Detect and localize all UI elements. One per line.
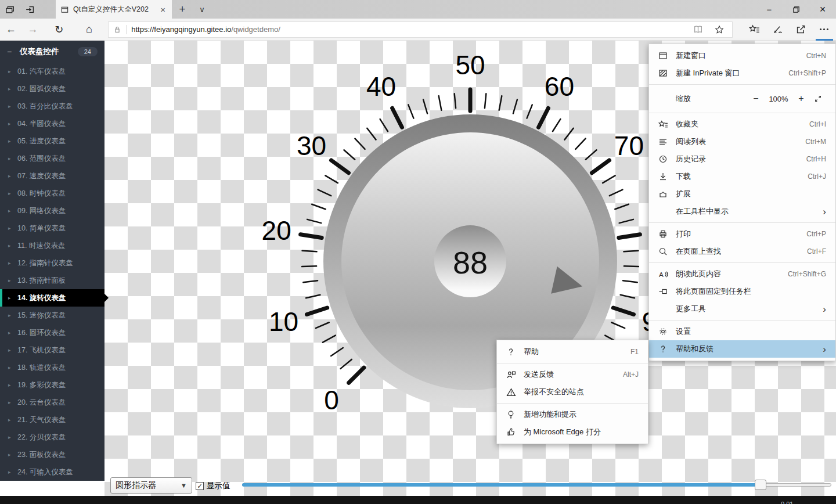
minimize-button[interactable]: −	[756, 0, 783, 19]
menu-item-label: 缩放	[676, 93, 747, 104]
minor-tick	[624, 251, 638, 252]
sidebar-item-6[interactable]: ▸06. 范围仪表盘	[0, 150, 105, 167]
sidebar-item-5[interactable]: ▸05. 进度仪表盘	[0, 132, 105, 150]
sidebar-item-11[interactable]: ▸11. 时速仪表盘	[0, 237, 105, 254]
refresh-button[interactable]: ↻	[48, 19, 70, 41]
menu-item-3[interactable]: 缩放−100%+	[649, 87, 835, 110]
menu-separator	[649, 220, 835, 225]
browser-tab[interactable]: Qt自定义控件大全V202 ×	[56, 0, 172, 19]
sidebar-item-label: 13. 指南针面板	[17, 276, 66, 285]
sidebar-item-label: 23. 面板仪表盘	[17, 451, 66, 459]
menu-item-19[interactable]: 设置	[649, 323, 835, 340]
menu-item-5[interactable]: 收藏夹Ctrl+I	[649, 116, 835, 133]
sidebar-item-3[interactable]: ▸03. 百分比仪表盘	[0, 98, 105, 115]
back-button[interactable]: ←	[0, 19, 22, 41]
sidebar-item-label: 16. 圆环仪表盘	[17, 329, 66, 337]
menu-item-6[interactable]: 阅读列表Ctrl+M	[649, 133, 835, 150]
value-slider[interactable]	[242, 483, 831, 487]
submenu-item-label: 新增功能和提示	[524, 409, 639, 420]
menu-item-20[interactable]: 帮助和反馈›	[649, 340, 835, 358]
count-badge: 24	[78, 47, 98, 56]
sidebar-item-12[interactable]: ▸12. 指南针仪表盘	[0, 254, 105, 272]
minor-tick	[611, 322, 625, 328]
submenu-item-3[interactable]: 举报不安全的站点	[497, 383, 648, 401]
menu-item-1[interactable]: 新建 InPrivate 窗口Ctrl+Shift+P	[649, 64, 835, 82]
sidebar-header[interactable]: − 仪表盘控件 24	[0, 41, 105, 63]
menu-item-13[interactable]: 在页面上查找Ctrl+F	[649, 243, 835, 260]
zoom-in-button[interactable]: +	[792, 93, 810, 104]
checkbox[interactable]: ✓	[196, 482, 204, 490]
sidebar-item-9[interactable]: ▸09. 网络仪表盘	[0, 202, 105, 219]
web-note-button[interactable]	[766, 19, 790, 41]
reading-view-button[interactable]	[690, 24, 707, 34]
sidebar-item-17[interactable]: ▸17. 飞机仪表盘	[0, 341, 105, 359]
sidebar-item-19[interactable]: ▸19. 多彩仪表盘	[0, 376, 105, 394]
tab-preview-button[interactable]	[0, 0, 20, 19]
menu-item-7[interactable]: 历史记录Ctrl+H	[649, 150, 835, 168]
menu-item-9[interactable]: 扩展	[649, 185, 835, 203]
sidebar-item-10[interactable]: ▸10. 简单仪表盘	[0, 219, 105, 237]
menu-item-10[interactable]: 在工具栏中显示›	[649, 203, 835, 220]
show-value-checkbox-group[interactable]: ✓ 显示值	[196, 481, 230, 491]
sidebar-item-4[interactable]: ▸04. 半圆仪表盘	[0, 115, 105, 132]
menu-item-16[interactable]: 将此页面固定到任务栏	[649, 283, 835, 300]
sidebar-item-24[interactable]: ▸24. 可输入仪表盘	[0, 463, 105, 481]
submenu-item-6[interactable]: 为 Microsoft Edge 打分	[497, 423, 648, 441]
more-actions-button[interactable]	[813, 19, 836, 41]
zoom-out-button[interactable]: −	[747, 93, 765, 104]
triangle-right-icon: ▸	[8, 63, 11, 80]
sidebar-item-label: 12. 指南针仪表盘	[17, 259, 73, 267]
share-button[interactable]	[790, 19, 813, 41]
tab-list-chevron-icon[interactable]: ∨	[193, 0, 211, 19]
sidebar-item-13[interactable]: ▸13. 指南针面板	[0, 272, 105, 289]
menu-item-15[interactable]: A朗读此页内容Ctrl+Shift+G	[649, 265, 835, 283]
submenu-item-2[interactable]: 发送反馈Alt+J	[497, 366, 648, 383]
set-tabs-aside-button[interactable]	[20, 0, 39, 19]
new-tab-button[interactable]: +	[172, 0, 193, 19]
sidebar-item-18[interactable]: ▸18. 轨道仪表盘	[0, 359, 105, 376]
read-aloud-icon: A	[657, 269, 669, 279]
bottom-status-bar: 0.01	[0, 496, 836, 504]
forward-button[interactable]: →	[22, 19, 44, 41]
sidebar-item-21[interactable]: ▸21. 天气仪表盘	[0, 411, 105, 429]
address-bar[interactable]: https://feiyangqingyun.gitee.io/qwidgetd…	[108, 21, 733, 38]
menu-item-0[interactable]: 新建窗口Ctrl+N	[649, 47, 835, 64]
add-favorite-button[interactable]	[711, 25, 727, 34]
triangle-right-icon: ▸	[8, 307, 11, 324]
fullscreen-button[interactable]	[810, 95, 826, 103]
sidebar-item-22[interactable]: ▸22. 分贝仪表盘	[0, 429, 105, 446]
major-tick	[613, 308, 633, 314]
sidebar-item-label: 04. 半圆仪表盘	[17, 120, 66, 128]
menu-item-8[interactable]: 下载Ctrl+J	[649, 168, 835, 185]
tab-close-icon[interactable]: ×	[158, 5, 167, 15]
submenu-item-5[interactable]: 新增功能和提示	[497, 406, 648, 423]
triangle-right-icon: ▸	[8, 376, 11, 394]
star-icon	[715, 25, 724, 34]
sidebar-item-23[interactable]: ▸23. 面板仪表盘	[0, 446, 105, 463]
slider-handle[interactable]	[755, 480, 766, 490]
favorites-hub-button[interactable]	[743, 19, 766, 41]
sidebar-item-14[interactable]: ▸14. 旋转仪表盘	[0, 289, 105, 307]
sidebar-item-15[interactable]: ▸15. 迷你仪表盘	[0, 307, 105, 324]
sidebar-item-16[interactable]: ▸16. 圆环仪表盘	[0, 324, 105, 341]
svg-text:A: A	[659, 270, 664, 278]
dropdown-value: 圆形指示器	[116, 480, 156, 491]
restore-button[interactable]	[783, 0, 809, 19]
shortcut-label: Ctrl+F	[807, 247, 826, 255]
sidebar-item-2[interactable]: ▸02. 圆弧仪表盘	[0, 80, 105, 98]
sidebar-item-1[interactable]: ▸01. 汽车仪表盘	[0, 63, 105, 80]
sidebar-item-7[interactable]: ▸07. 速度仪表盘	[0, 167, 105, 185]
minor-tick	[302, 266, 316, 267]
menu-item-17[interactable]: 更多工具›	[649, 300, 835, 318]
home-button[interactable]: ⌂	[78, 19, 100, 41]
menu-item-12[interactable]: 打印Ctrl+P	[649, 225, 835, 243]
submenu-item-0[interactable]: 帮助F1	[497, 343, 648, 361]
sidebar-item-8[interactable]: ▸08. 时钟仪表盘	[0, 185, 105, 202]
pointer-style-dropdown[interactable]: 圆形指示器 ▼	[110, 477, 192, 494]
address-divider	[126, 25, 127, 34]
sidebar-item-20[interactable]: ▸20. 云台仪表盘	[0, 394, 105, 411]
menu-item-label: 更多工具	[676, 304, 823, 314]
scale-label: 70	[614, 131, 644, 161]
close-button[interactable]: ×	[809, 0, 836, 19]
window-controls: − ×	[756, 0, 836, 19]
